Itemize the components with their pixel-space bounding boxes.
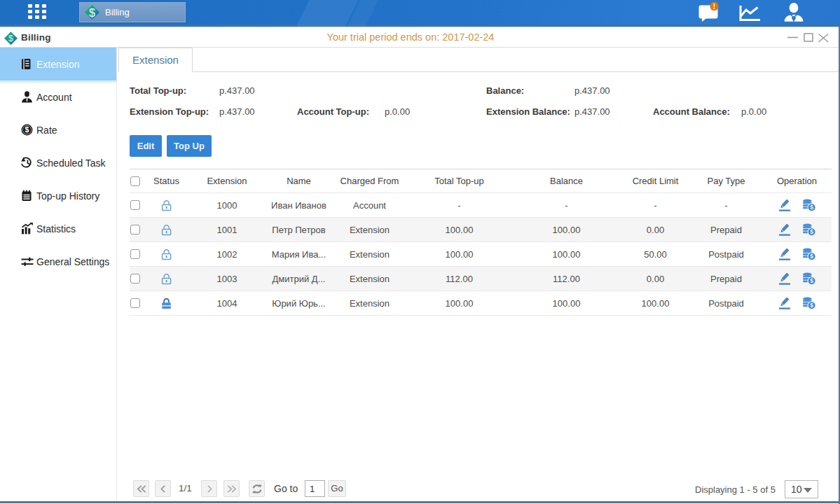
svg-text:$: $ (25, 125, 29, 134)
svg-text:$: $ (89, 7, 95, 19)
svg-text:!: ! (713, 3, 715, 10)
